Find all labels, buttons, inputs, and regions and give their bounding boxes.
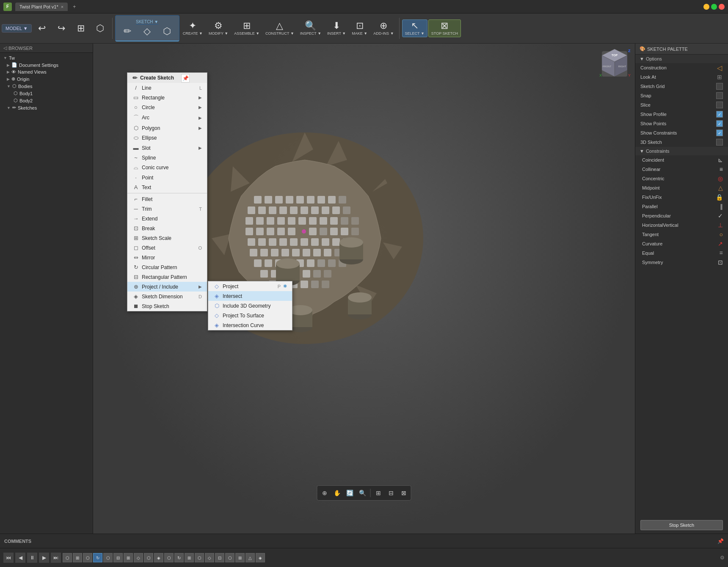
menu-sketch-scale[interactable]: ⊞ Sketch Scale <box>127 233 207 243</box>
snap-button[interactable]: ⊕ <box>319 487 331 499</box>
menu-circle[interactable]: ○ Circle ▶ <box>127 102 207 112</box>
submenu-project-to-surface[interactable]: ◇ Project To Surface <box>208 311 292 320</box>
3d-sketch-checkbox[interactable] <box>716 139 723 146</box>
sketch-tool3-button[interactable]: ⬡ <box>158 25 176 37</box>
menu-arc[interactable]: ⌒ Arc ▶ <box>127 112 207 123</box>
tl-item-3[interactable]: ⬡ <box>83 553 92 562</box>
cube-indicator[interactable]: TOP RIGHT FRONT Z Y X <box>598 47 631 81</box>
timeline-play-button[interactable]: ▶ <box>39 553 49 563</box>
show-constraints-checkbox[interactable]: ✓ <box>716 129 723 136</box>
collapse-icon[interactable]: ◁ <box>3 45 7 51</box>
look-at-button[interactable]: ⊞ <box>716 74 723 80</box>
tree-item-document[interactable]: ▶ 📄 Document Settings <box>0 61 93 69</box>
timeline-last-button[interactable]: ⏭ <box>51 553 61 563</box>
constraint-collinear[interactable]: Collinear ≡ <box>635 165 728 174</box>
tree-item-root[interactable]: ▼ Tw <box>0 55 93 61</box>
menu-circular-pattern[interactable]: ↻ Circular Pattern <box>127 262 207 272</box>
constraint-tangent[interactable]: Tangent ○ <box>635 230 728 239</box>
menu-extend[interactable]: → Extend <box>127 214 207 223</box>
tl-item-10[interactable]: ◈ <box>154 553 163 562</box>
menu-rectangular-pattern[interactable]: ⊟ Rectangular Pattern <box>127 272 207 282</box>
display-mode1[interactable]: ⊞ <box>372 487 384 499</box>
sketch-label[interactable]: SKETCH ▼ <box>136 19 158 25</box>
tree-item-body1[interactable]: ⬡ Body1 <box>0 90 93 97</box>
stop-sketch-panel-button[interactable]: Stop Sketch <box>640 520 723 530</box>
sketch-pin-button[interactable]: 📌 <box>181 74 190 83</box>
stop-sketch-button[interactable]: ⊠ STOP SKETCH <box>428 19 461 37</box>
minimize-button[interactable] <box>703 4 709 10</box>
sketch-tool2-button[interactable]: ◇ <box>138 25 157 37</box>
insert-menu-button[interactable]: ⬇ INSERT ▼ <box>325 20 348 37</box>
canvas-area[interactable]: ✏ Create Sketch / Line L ▭ Rectangle ▶ ○… <box>93 44 635 534</box>
constraint-equal[interactable]: Equal = <box>635 248 728 258</box>
display-mode3[interactable]: ⊠ <box>398 487 410 499</box>
tl-item-1[interactable]: ⬡ <box>63 553 72 562</box>
maximize-button[interactable] <box>711 4 717 10</box>
construction-button[interactable]: ◁ <box>716 64 723 71</box>
options-section-header[interactable]: ▼ Options <box>635 55 728 63</box>
constraint-coincident[interactable]: Coincident ⊾ <box>635 155 728 165</box>
tl-item-12[interactable]: ↻ <box>174 553 184 562</box>
tool1-button[interactable]: ⊞ <box>72 22 90 34</box>
display-mode2[interactable]: ⊟ <box>385 487 397 499</box>
menu-break[interactable]: ⊡ Break <box>127 223 207 233</box>
timeline-pause-button[interactable]: ⏸ <box>27 553 37 563</box>
app-tab[interactable]: Twist Plant Pot v1* × <box>15 3 68 11</box>
tl-item-19[interactable]: △ <box>245 553 255 562</box>
tl-item-8[interactable]: ◇ <box>134 553 143 562</box>
addins-menu-button[interactable]: ⊕ ADD-INS ▼ <box>371 20 396 37</box>
tl-item-16[interactable]: ⊡ <box>215 553 224 562</box>
constraint-perpendicular[interactable]: Perpendicular ✓ <box>635 211 728 220</box>
close-button[interactable] <box>719 4 725 10</box>
constraint-curvature[interactable]: Curvature ↗ <box>635 239 728 248</box>
submenu-project[interactable]: ◇ Project P ✱ <box>208 281 292 291</box>
tl-item-20[interactable]: ◈ <box>256 553 265 562</box>
submenu-include-3d[interactable]: ⬡ Include 3D Geometry <box>208 301 292 311</box>
tree-item-body2[interactable]: ⬡ Body2 <box>0 97 93 104</box>
menu-point[interactable]: · Point <box>127 173 207 182</box>
menu-line[interactable]: / Line L <box>127 83 207 93</box>
tl-item-14[interactable]: ⬡ <box>195 553 204 562</box>
snap-checkbox[interactable] <box>716 92 723 99</box>
tl-item-9[interactable]: ⬡ <box>144 553 153 562</box>
constraint-concentric[interactable]: Concentric ◎ <box>635 174 728 183</box>
menu-slot[interactable]: ▬ Slot ▶ <box>127 143 207 153</box>
constraint-horiz-vert[interactable]: HorizontalVertical ⊥ <box>635 220 728 230</box>
sketch-grid-checkbox[interactable] <box>716 83 723 90</box>
tab-close-icon[interactable]: × <box>61 4 63 9</box>
model-button[interactable]: MODEL ▼ <box>2 24 32 33</box>
tool2-button[interactable]: ⬡ <box>91 22 110 34</box>
timeline-first-button[interactable]: ⏮ <box>3 553 14 563</box>
pan-button[interactable]: ✋ <box>331 487 343 499</box>
tl-item-4[interactable]: ↻ <box>93 553 102 562</box>
submenu-intersection-curve[interactable]: ◈ Intersection Curve <box>208 320 292 330</box>
construct-menu-button[interactable]: △ CONSTRUCT ▼ <box>263 20 297 37</box>
constraint-parallel[interactable]: Parallel ∥ <box>635 202 728 211</box>
create-menu-button[interactable]: ✦ CREATE ▼ <box>180 20 205 37</box>
tl-item-5[interactable]: ⬡ <box>103 553 113 562</box>
constraint-symmetry[interactable]: Symmetry ⊡ <box>635 258 728 267</box>
constraint-midpoint[interactable]: Midpoint △ <box>635 183 728 193</box>
comments-pin-icon[interactable]: 📌 <box>717 538 724 544</box>
timeline-prev-button[interactable]: ◀ <box>15 553 25 563</box>
redo-button[interactable]: ↪ <box>52 22 71 34</box>
tl-item-6[interactable]: ⊟ <box>113 553 123 562</box>
tl-item-13[interactable]: ⊞ <box>185 553 194 562</box>
menu-mirror[interactable]: ⇔ Mirror <box>127 253 207 262</box>
assemble-menu-button[interactable]: ⊞ ASSEMBLE ▼ <box>232 20 262 37</box>
slice-checkbox[interactable] <box>716 102 723 108</box>
menu-stop-sketch[interactable]: ⏹ Stop Sketch <box>127 301 207 311</box>
submenu-intersect[interactable]: ◈ Intersect <box>208 291 292 301</box>
menu-ellipse[interactable]: ⬭ Ellipse <box>127 133 207 143</box>
inspect-menu-button[interactable]: 🔍 INSPECT ▼ <box>298 20 324 37</box>
tl-item-17[interactable]: ⬡ <box>225 553 234 562</box>
constraints-section-header[interactable]: ▼ Constraints <box>635 147 728 155</box>
tree-item-origin[interactable]: ▶ ⊕ Origin <box>0 75 93 83</box>
menu-fillet[interactable]: ⌐ Fillet <box>127 194 207 204</box>
tree-item-sketches[interactable]: ▼ ✏ Sketches <box>0 104 93 111</box>
menu-trim[interactable]: ─ Trim T <box>127 204 207 214</box>
menu-project-include[interactable]: ⊕ Project / Include ▶ ◇ Project P ✱ ◈ In… <box>127 282 207 292</box>
tree-item-named[interactable]: ▶ 👁 Named Views <box>0 69 93 75</box>
show-points-checkbox[interactable]: ✓ <box>716 120 723 127</box>
orbit-button[interactable]: 🔄 <box>344 487 356 499</box>
